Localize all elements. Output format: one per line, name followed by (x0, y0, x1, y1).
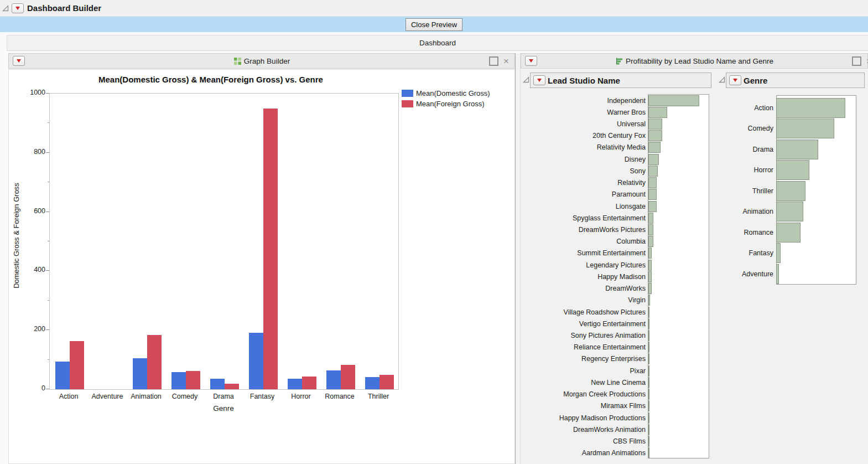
studio-label[interactable]: Spyglass Entertainment (521, 214, 646, 222)
studio-bar[interactable] (648, 260, 652, 271)
genre-bar[interactable] (776, 160, 809, 180)
chart-bar-horror-foreign[interactable] (302, 377, 316, 389)
studio-bar[interactable] (648, 413, 649, 424)
studio-label[interactable]: Paramount (521, 190, 646, 198)
studio-bar[interactable] (648, 271, 652, 282)
chart-bar-action-foreign[interactable] (70, 341, 84, 389)
studio-row[interactable]: New Line Cinema (521, 377, 868, 388)
maximize-icon[interactable] (489, 56, 498, 66)
genre-row[interactable]: Adventure (726, 264, 868, 285)
studio-bar[interactable] (648, 130, 662, 141)
studio-bar[interactable] (648, 154, 659, 165)
studio-bar[interactable] (648, 107, 667, 118)
studio-label[interactable]: Reliance Entertainment (521, 343, 646, 351)
disclosure-triangle-icon[interactable] (2, 4, 9, 12)
studio-bar[interactable] (648, 95, 699, 106)
genre-row[interactable]: Comedy (726, 118, 868, 140)
genre-row[interactable]: Drama (726, 139, 868, 160)
disclosure-triangle-icon[interactable] (522, 76, 530, 84)
genre-row[interactable]: Fantasy (726, 243, 868, 264)
genre-filter-header[interactable]: Genre (726, 73, 865, 88)
genre-row[interactable]: Thriller (726, 181, 868, 202)
studio-label[interactable]: Independent (521, 97, 646, 105)
studio-label[interactable]: Regency Enterprises (521, 355, 646, 363)
studio-label[interactable]: Sony (521, 167, 646, 175)
genre-label[interactable]: Drama (726, 146, 773, 153)
genre-bar[interactable] (776, 98, 845, 118)
studio-bar[interactable] (648, 189, 657, 200)
studio-bar[interactable] (648, 166, 658, 177)
studio-label[interactable]: Miramax Films (521, 402, 646, 410)
studio-label[interactable]: Vertigo Entertainment (521, 320, 646, 328)
studio-row[interactable]: Happy Madison Productions (521, 412, 868, 424)
studio-bar[interactable] (648, 342, 649, 353)
studio-bar[interactable] (648, 330, 649, 341)
studio-bar[interactable] (648, 142, 661, 153)
studio-label[interactable]: DreamWorks Animation (521, 426, 646, 434)
maximize-icon[interactable] (852, 56, 861, 66)
studio-bar[interactable] (648, 389, 649, 400)
studio-label[interactable]: DreamWorks Pictures (521, 226, 646, 234)
studio-label[interactable]: Universal (521, 120, 646, 128)
studio-filter-header[interactable]: Lead Studio Name (530, 73, 711, 88)
panel-splitter[interactable] (515, 53, 521, 464)
studio-label[interactable]: New Line Cinema (521, 379, 646, 386)
studio-bar[interactable] (648, 365, 649, 377)
studio-label[interactable]: Aardman Animations (521, 449, 646, 457)
studio-label[interactable]: 20th Century Fox (521, 132, 646, 140)
studio-bar[interactable] (648, 353, 649, 364)
studio-label[interactable]: CBS Films (521, 437, 646, 445)
chart-bar-romance-domestic[interactable] (326, 370, 341, 389)
studio-row[interactable]: Vertigo Entertainment (521, 318, 868, 329)
studio-label[interactable]: Happy Madison Productions (521, 414, 646, 422)
genre-row[interactable]: Action (726, 97, 868, 118)
chart-bar-romance-foreign[interactable] (341, 365, 355, 389)
studio-label[interactable]: DreamWorks (521, 285, 646, 292)
genre-bar[interactable] (776, 264, 779, 284)
chart-bar-drama-domestic[interactable] (210, 379, 225, 389)
genre-label[interactable]: Animation (726, 208, 773, 215)
chart-bar-fantasy-foreign[interactable] (263, 109, 278, 389)
chart-bar-action-domestic[interactable] (55, 362, 70, 389)
studio-row[interactable]: DreamWorks Animation (521, 424, 868, 435)
studio-bar[interactable] (648, 213, 653, 224)
studio-label[interactable]: Relativity (521, 179, 646, 187)
chart-bar-drama-foreign[interactable] (225, 384, 239, 389)
studio-bar[interactable] (648, 118, 662, 130)
studio-bar[interactable] (648, 400, 649, 411)
studio-bar[interactable] (648, 318, 649, 329)
studio-label[interactable]: Warner Bros (521, 109, 646, 116)
studio-label[interactable]: Morgan Creek Productions (521, 390, 646, 398)
studio-label[interactable]: Virgin (521, 296, 646, 304)
studio-bar[interactable] (648, 424, 649, 435)
genre-label[interactable]: Horror (726, 166, 773, 174)
genre-label[interactable]: Adventure (726, 270, 773, 278)
red-menu-button[interactable] (533, 75, 545, 85)
genre-row[interactable]: Romance (726, 222, 868, 243)
chart-bar-comedy-domestic[interactable] (171, 372, 186, 389)
studio-bar[interactable] (648, 307, 649, 318)
chart-bar-animation-foreign[interactable] (147, 335, 162, 389)
red-menu-button[interactable] (729, 75, 741, 85)
legend-swatch-domestic[interactable] (402, 90, 413, 97)
close-icon[interactable]: × (503, 58, 509, 65)
chart-bar-thriller-domestic[interactable] (365, 377, 380, 389)
studio-row[interactable]: Reliance Entertainment (521, 342, 868, 353)
legend-swatch-foreign[interactable] (402, 100, 413, 107)
studio-row[interactable]: Aardman Animations (521, 447, 868, 459)
dashboard-tab[interactable]: Dashboard (7, 35, 868, 51)
studio-bar[interactable] (648, 177, 657, 188)
studio-bar[interactable] (648, 447, 649, 458)
genre-label[interactable]: Fantasy (726, 249, 773, 257)
studio-bar[interactable] (648, 283, 652, 294)
genre-bar[interactable] (776, 140, 818, 159)
chart-bar-thriller-foreign[interactable] (380, 375, 394, 389)
genre-row[interactable]: Horror (726, 160, 868, 181)
genre-label[interactable]: Thriller (726, 187, 773, 195)
genre-bar[interactable] (776, 223, 801, 243)
chart-bar-animation-domestic[interactable] (133, 358, 147, 389)
studio-row[interactable]: Miramax Films (521, 400, 868, 412)
studio-label[interactable]: Sony Pictures Animation (521, 332, 646, 339)
studio-bar[interactable] (648, 436, 649, 447)
studio-label[interactable]: Disney (521, 156, 646, 163)
